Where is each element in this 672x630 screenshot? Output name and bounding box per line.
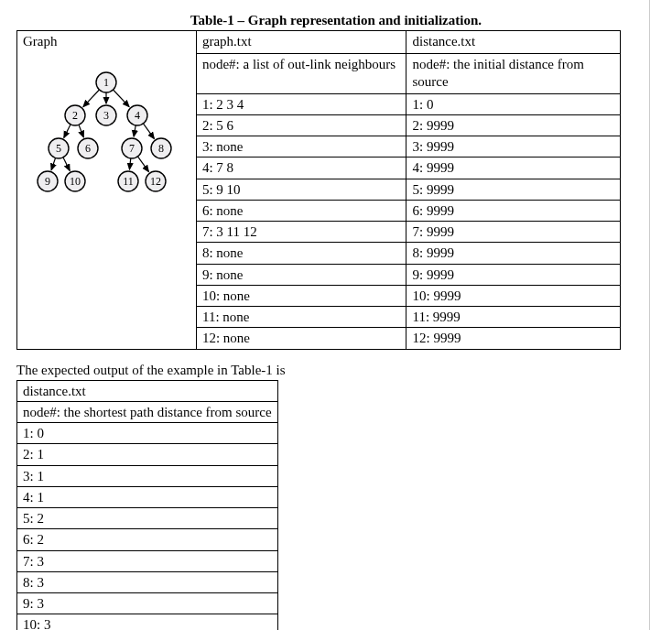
graph-row: 4: 7 8	[197, 157, 406, 178]
graph-node-label: 8	[158, 142, 164, 155]
output-row: 5: 2	[17, 508, 278, 529]
graph-row: 12: none	[197, 327, 406, 348]
col-mid-header: graph.txt node#: a list of out-link neig…	[196, 31, 406, 94]
output-row: 7: 3	[17, 550, 278, 571]
graph-row: 9: none	[197, 264, 406, 285]
graph-row: 8: none	[197, 242, 406, 263]
output-row: 9: 3	[17, 593, 278, 614]
expected-output-intro: The expected output of the example in Ta…	[16, 363, 656, 378]
distance-row: 4: 9999	[406, 157, 620, 178]
distance-row: 12: 9999	[406, 327, 620, 348]
graph-edge	[64, 124, 70, 137]
distance-row: 8: 9999	[406, 242, 620, 263]
distance-row: 6: 9999	[406, 200, 620, 221]
graph-node-label: 1	[103, 76, 109, 89]
graph-edge	[130, 158, 131, 168]
col-graph-header: Graph	[17, 31, 196, 53]
graph-edge	[63, 157, 70, 170]
distance-txt-rows: 1: 02: 99993: 99994: 99995: 99996: 99997…	[406, 93, 621, 349]
graph-cell: Graph 123456789101112	[17, 31, 197, 350]
output-row: 3: 1	[17, 465, 278, 486]
distance-row: 7: 9999	[406, 221, 620, 242]
graph-node-label: 9	[45, 175, 50, 188]
graph-row: 7: 3 11 12	[197, 221, 406, 242]
graph-node-label: 10	[70, 175, 81, 188]
graph-edge	[83, 89, 100, 106]
graph-node-label: 11	[124, 175, 135, 188]
graph-txt-rows: 1: 2 3 42: 5 63: none4: 7 85: 9 106: non…	[196, 93, 406, 349]
graph-node-label: 5	[56, 142, 61, 155]
graph-node-label: 7	[129, 142, 135, 155]
graph-edge	[79, 125, 83, 137]
graph-diagram: 123456789101112	[26, 68, 187, 198]
out-header1: distance.txt	[17, 380, 278, 401]
graph-row: 5: 9 10	[197, 179, 406, 200]
output-row: 6: 2	[17, 529, 278, 550]
table1: Graph 123456789101112 graph.txt node#: a…	[16, 30, 621, 350]
table2-output: distance.txt node#: the shortest path di…	[16, 380, 278, 631]
graph-edge	[52, 158, 56, 169]
graph-row: 2: 5 6	[197, 114, 406, 136]
graph-node-label: 6	[85, 142, 91, 155]
distance-row: 5: 9999	[406, 179, 620, 200]
distance-row: 3: 9999	[406, 136, 620, 157]
distance-row: 2: 9999	[406, 114, 620, 136]
distance-row: 11: 9999	[406, 306, 620, 327]
graph-node-label: 12	[150, 175, 161, 188]
graph-row: 3: none	[197, 136, 406, 157]
col-right-header: distance.txt node#: the initial distance…	[406, 31, 621, 94]
distance-row: 9: 9999	[406, 264, 620, 285]
output-row: 8: 3	[17, 571, 278, 592]
table1-title: Table-1 – Graph representation and initi…	[16, 13, 656, 28]
graph-row: 1: 2 3 4	[197, 94, 406, 114]
distance-row: 1: 0	[406, 94, 620, 114]
graph-edge	[114, 89, 130, 106]
output-row: 10: 3	[17, 614, 278, 630]
out-header2: node#: the shortest path distance from s…	[17, 401, 278, 422]
graph-edge	[135, 125, 136, 136]
graph-row: 6: none	[197, 200, 406, 221]
graph-node-label: 2	[72, 109, 78, 122]
graph-row: 10: none	[197, 285, 406, 306]
output-row: 4: 1	[17, 486, 278, 507]
graph-row: 11: none	[197, 306, 406, 327]
output-row: 1: 0	[17, 423, 278, 444]
output-row: 2: 1	[17, 444, 278, 465]
graph-edge	[138, 156, 149, 171]
graph-edge	[144, 123, 155, 138]
graph-node-label: 4	[135, 109, 140, 122]
graph-node-label: 3	[103, 109, 109, 122]
distance-row: 10: 9999	[406, 285, 620, 306]
